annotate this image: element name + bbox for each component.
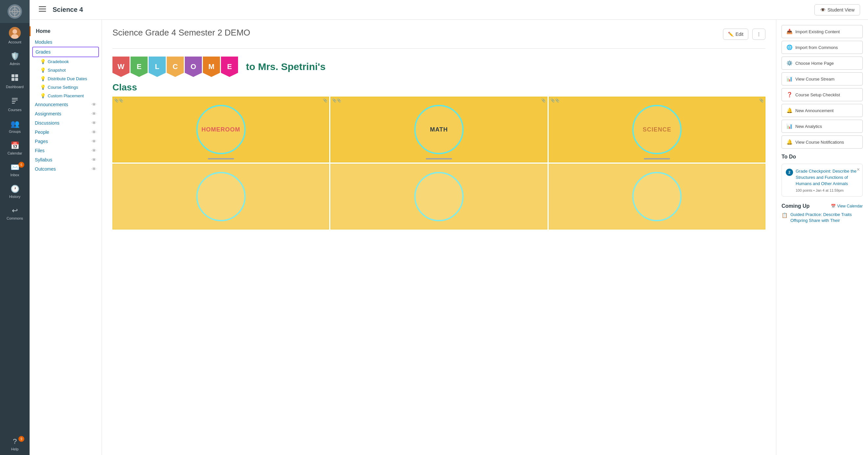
view-stream-button[interactable]: 📊 View Course Stream <box>781 72 863 86</box>
sidebar-item-courses[interactable]: Courses <box>0 93 30 116</box>
import-commons-label: Import from Commons <box>795 45 838 50</box>
view-notifications-button[interactable]: 🔔 View Course Notifications <box>781 135 863 149</box>
class-card-row2-1[interactable] <box>113 164 329 230</box>
student-view-icon: 👁️ <box>820 7 826 12</box>
history-icon: 🕐 <box>10 185 20 193</box>
coming-up-header: Coming Up 📅 View Calendar <box>781 203 863 209</box>
eye-icon: 👁 <box>92 166 96 172</box>
account-avatar <box>9 27 21 39</box>
nav-item-assignments[interactable]: Assignments 👁 <box>30 109 102 118</box>
card-circle-row2-1 <box>196 172 246 221</box>
card-label-math: MATH <box>430 126 448 133</box>
new-analytics-button[interactable]: 📊 New Analytics <box>781 120 863 133</box>
new-announcement-label: New Announcement <box>795 108 834 113</box>
sidebar-item-admin[interactable]: 🛡️ Admin <box>0 48 30 70</box>
new-announcement-button[interactable]: 🔔 New Announcement <box>781 104 863 117</box>
coming-up-item-label[interactable]: Guided Practice: Describe Traits Offspri… <box>790 212 863 223</box>
nav-sub-gradebook[interactable]: 💡 Gradebook <box>30 57 102 66</box>
nav-sub-snapshot[interactable]: 💡 Snapshot <box>30 66 102 74</box>
svg-rect-17 <box>39 11 46 12</box>
sidebar-item-help[interactable]: 9 ? Help <box>0 433 30 455</box>
welcome-flag: E <box>221 57 238 77</box>
todo-section: To Do × 2 Grade Checkpoint: Describe the… <box>781 154 863 196</box>
nav-item-announcements[interactable]: Announcements 👁 <box>30 100 102 109</box>
student-view-button[interactable]: 👁️ Student View <box>814 4 860 16</box>
choose-home-label: Choose Home Page <box>795 61 834 66</box>
sidebar-item-calendar[interactable]: 📅 Calendar <box>0 138 30 159</box>
class-label: Class <box>113 82 766 93</box>
class-card-homeroom[interactable]: 📎📎 📎 HOMEROOM <box>113 97 329 162</box>
nav-item-pages[interactable]: Pages 👁 <box>30 137 102 146</box>
nav-item-grades[interactable]: Grades <box>32 47 99 57</box>
sidebar-item-inbox[interactable]: 6 ✉️ Inbox <box>0 159 30 181</box>
todo-close-button[interactable]: × <box>857 167 860 173</box>
nav-item-people[interactable]: People 👁 <box>30 127 102 137</box>
hamburger-button[interactable] <box>37 4 48 16</box>
card-circle-math: MATH <box>414 105 464 154</box>
admin-label: Admin <box>9 62 20 66</box>
more-options-button[interactable]: ⋮ <box>752 29 766 40</box>
content-wrapper: Home Modules Grades 💡 Gradebook 💡 Snapsh… <box>30 20 868 455</box>
nav-home[interactable]: Home <box>30 26 102 36</box>
logo-icon <box>7 4 22 19</box>
course-setup-label: Course Setup Checklist <box>795 92 840 97</box>
edit-icon: ✏️ <box>728 32 734 37</box>
sidebar-item-dashboard[interactable]: Dashboard <box>0 70 30 93</box>
eye-icon: 👁 <box>92 129 96 135</box>
import-existing-button[interactable]: 📥 Import Existing Content <box>781 25 863 38</box>
edit-button[interactable]: ✏️ Edit <box>723 29 748 40</box>
todo-task-link[interactable]: Grade Checkpoint: Describe the Structure… <box>796 169 857 186</box>
todo-badge: 2 <box>786 169 793 176</box>
coming-up-section: Coming Up 📅 View Calendar 📋 Guided Pract… <box>781 203 863 223</box>
global-sidebar: Account 🛡️ Admin Dashboard Courses <box>0 0 30 455</box>
eye-icon: 👁 <box>92 139 96 144</box>
lightbulb-icon: 💡 <box>40 85 46 90</box>
nav-item-discussions[interactable]: Discussions 👁 <box>30 118 102 127</box>
nav-item-files[interactable]: Files 👁 <box>30 146 102 155</box>
card-circle-science: SCIENCE <box>632 105 682 154</box>
coming-up-item[interactable]: 📋 Guided Practice: Describe Traits Offsp… <box>781 212 863 223</box>
nav-item-modules[interactable]: Modules <box>30 37 102 47</box>
calendar-label: Calendar <box>7 151 22 155</box>
class-card-row2-3[interactable] <box>549 164 766 230</box>
sidebar-item-commons[interactable]: ↩ Commons <box>0 203 30 224</box>
course-nav: Home Modules Grades 💡 Gradebook 💡 Snapsh… <box>30 20 102 455</box>
calendar-icon: 📅 <box>10 141 20 150</box>
todo-content: Grade Checkpoint: Describe the Structure… <box>796 168 859 192</box>
nav-sub-distribute[interactable]: 💡 Distribute Due Dates <box>30 74 102 83</box>
view-calendar-link[interactable]: 📅 View Calendar <box>831 204 863 208</box>
eye-icon: 👁 <box>92 157 96 162</box>
nav-item-outcomes[interactable]: Outcomes 👁 <box>30 164 102 174</box>
class-card-science[interactable]: 📎📎 📎 SCIENCE <box>549 97 766 162</box>
app-logo[interactable] <box>0 0 30 23</box>
welcome-flags: WELCOME <box>113 57 238 77</box>
nav-sub-custom-placement[interactable]: 💡 Custom Placement <box>30 91 102 100</box>
sidebar-item-groups[interactable]: 👥 Groups <box>0 116 30 138</box>
course-setup-button[interactable]: ❓ Course Setup Checklist <box>781 88 863 101</box>
svg-rect-10 <box>15 78 18 81</box>
nav-item-syllabus[interactable]: Syllabus 👁 <box>30 155 102 164</box>
nav-sub-course-settings[interactable]: 💡 Course Settings <box>30 83 102 91</box>
new-announcement-icon: 🔔 <box>786 108 793 114</box>
view-stream-icon: 📊 <box>786 76 793 82</box>
todo-card: × 2 Grade Checkpoint: Describe the Struc… <box>781 164 863 196</box>
view-notifications-label: View Course Notifications <box>795 140 844 145</box>
edit-label: Edit <box>736 32 743 37</box>
lightbulb-icon: 💡 <box>40 76 46 81</box>
coming-up-title: Coming Up <box>781 203 809 209</box>
sidebar-item-account[interactable]: Account <box>0 23 30 48</box>
choose-home-button[interactable]: ⚙️ Choose Home Page <box>781 57 863 70</box>
class-card-row2-2[interactable] <box>331 164 547 230</box>
view-stream-label: View Course Stream <box>795 77 834 82</box>
sidebar-item-history[interactable]: 🕐 History <box>0 181 30 203</box>
todo-title: To Do <box>781 154 863 160</box>
new-analytics-icon: 📊 <box>786 123 793 129</box>
class-card-math[interactable]: 📎📎 📎 MATH <box>331 97 547 162</box>
course-setup-icon: ❓ <box>786 92 793 98</box>
svg-rect-8 <box>15 74 18 77</box>
import-commons-button[interactable]: 🌐 Import from Commons <box>781 41 863 54</box>
lightbulb-icon: 💡 <box>40 59 46 64</box>
help-icon: ? <box>13 437 17 446</box>
right-panel: 📥 Import Existing Content 🌐 Import from … <box>776 20 868 455</box>
help-badge: 9 <box>19 436 24 442</box>
